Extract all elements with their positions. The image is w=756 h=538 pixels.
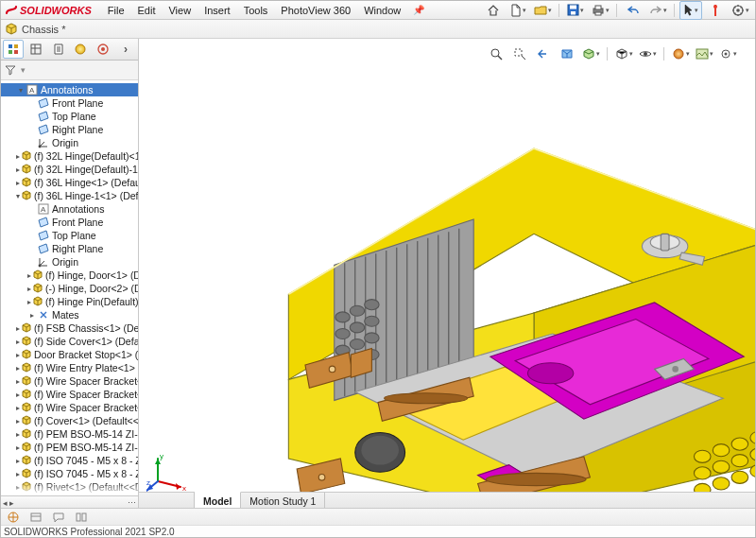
save-icon[interactable]: ▾ — [564, 1, 587, 20]
menu-edit[interactable]: Edit — [131, 4, 163, 17]
tab-dimxpert[interactable] — [93, 40, 113, 59]
part-icon — [21, 322, 32, 334]
tree-row[interactable]: ▸(f) Wire Spacer Bracket<3> (De — [1, 401, 138, 414]
menu-insert[interactable]: Insert — [198, 4, 237, 17]
resources-icon[interactable] — [5, 510, 22, 525]
print-icon[interactable]: ▾ — [589, 1, 611, 20]
svg-rect-38 — [661, 234, 669, 251]
tree-row[interactable]: ▸Front Plane — [1, 216, 138, 229]
tree-label: (f) Wire Entry Plate<1> (Defaul — [34, 362, 138, 373]
tree-label: Door Bracket Stop<1> (Defaul — [34, 349, 138, 360]
tree-label: Top Plane — [52, 111, 96, 122]
tree-row[interactable]: ▸(f) Rivet<1> (Default<<Defaul — [1, 480, 138, 494]
front-knob-left — [355, 433, 405, 473]
menubar: SOLIDWORKS FileEditViewInsertToolsPhotoV… — [1, 1, 755, 20]
tree-row[interactable]: ▸Top Plane — [1, 229, 138, 242]
filter-caret-icon: ▾ — [21, 65, 26, 75]
tree-row[interactable]: ▸Mates — [1, 308, 138, 321]
origin-icon — [37, 256, 50, 268]
part-icon — [21, 428, 32, 440]
tab-feature-manager[interactable] — [3, 40, 24, 59]
tree-row[interactable]: ▸Origin — [1, 255, 138, 269]
part-icon — [21, 150, 32, 162]
menu-tools[interactable]: Tools — [237, 4, 275, 17]
customize-icon[interactable] — [73, 510, 90, 525]
tab-property[interactable] — [48, 40, 69, 59]
svg-point-76 — [486, 473, 586, 485]
mate-icon — [37, 309, 50, 321]
menu-file[interactable]: File — [101, 4, 131, 17]
tree-filter[interactable]: ▾ — [1, 61, 138, 80]
tree-label: Front Plane — [52, 217, 103, 228]
menu-view[interactable]: View — [162, 4, 198, 17]
tree-row[interactable]: ▸(f) Hinge, Door<1> (Defaul — [1, 269, 138, 282]
tree-label: (f) Hinge Pin(Default)<1> — [45, 296, 138, 307]
tree-label: (f) Rivet<2> (Default<<Defaul — [34, 495, 138, 495]
tab-display-icon[interactable] — [70, 40, 91, 59]
open-file-icon[interactable]: ▾ — [531, 1, 554, 20]
plane-icon — [37, 230, 50, 241]
tree-row[interactable]: ▸(f) Side Cover<1> (Default<<D — [1, 335, 138, 348]
home-icon[interactable] — [482, 1, 505, 20]
options-icon[interactable]: ▾ — [729, 1, 751, 20]
undo-icon[interactable] — [622, 1, 644, 20]
tree-row[interactable]: ▸Door Bracket Stop<1> (Defaul — [1, 348, 138, 361]
tree-row[interactable]: ▸AAnnotations — [1, 202, 138, 216]
tree-row[interactable]: ▸(f) Wire Entry Plate<1> (Defaul — [1, 361, 138, 374]
part-icon — [21, 455, 32, 466]
plane-icon — [37, 243, 50, 254]
part-icon — [21, 177, 32, 188]
welcome-icon[interactable] — [27, 510, 44, 525]
tree-row[interactable]: ▸Right Plane — [1, 123, 138, 136]
rebuild-icon[interactable] — [704, 1, 727, 20]
tree-row[interactable]: ▸(f) Wire Spacer Bracket<2> (De — [1, 374, 138, 388]
tree-row[interactable]: ▸(f) PEM BSO-M5-14 ZI--N<2> — [1, 441, 138, 454]
tree-row[interactable]: ▾(f) 36L Hinge-1<1> (Default<D — [1, 189, 138, 202]
tree-row[interactable]: ▸(f) ISO 7045 - M5 x 8 - Z --- 8N — [1, 454, 138, 467]
part-icon — [21, 468, 32, 479]
menu-photoview-360[interactable]: PhotoView 360 — [274, 4, 357, 17]
part-icon — [21, 495, 32, 495]
tree-row[interactable]: ▸(f) Hinge Pin(Default)<1> — [1, 295, 138, 308]
tree-label: (f) FSB Chassis<1> (Default<< — [34, 322, 138, 334]
tree-row[interactable]: ▸(-) Hinge, Door<2> (Defaul — [1, 282, 138, 295]
part-icon — [32, 269, 43, 281]
menu-window[interactable]: Window — [357, 4, 407, 17]
orientation-triad[interactable]: x y z — [146, 451, 188, 493]
select-tool-icon[interactable]: ▾ — [679, 1, 702, 20]
menu-pin-icon[interactable]: 📌 — [413, 5, 424, 15]
svg-point-41 — [335, 312, 350, 322]
tree-row[interactable]: ▸Right Plane — [1, 242, 138, 255]
tree-row[interactable]: ▸(f) 36L Hinge<1> (Default<Disp — [1, 176, 138, 189]
tree-row[interactable]: ▸(f) PEM BSO-M5-14 ZI--N<1> — [1, 427, 138, 441]
svg-point-20 — [39, 146, 42, 148]
tree-row[interactable]: ▸Top Plane — [1, 110, 138, 123]
svg-point-57 — [694, 467, 711, 479]
tree-row[interactable]: ▾AAnnotations — [1, 83, 138, 96]
tree-row[interactable]: ▸Origin — [1, 136, 138, 149]
tree-row[interactable]: ▸Front Plane — [1, 96, 138, 110]
tree-label: (f) 36L Hinge-1<1> (Default<D — [34, 190, 138, 201]
graphics-viewport[interactable]: ▾ ▾ ▾ ▾ ▾ ▾ — [139, 39, 755, 510]
tree-row[interactable]: ▸(f) ISO 7045 - M5 x 8 - Z --- 8N — [1, 467, 138, 480]
tree-row[interactable]: ▸(f) Cover<1> (Default<<Defaul — [1, 414, 138, 427]
feature-tree[interactable]: ▾AAnnotations▸Front Plane▸Top Plane▸Righ… — [1, 80, 138, 495]
svg-point-54 — [713, 444, 730, 457]
tree-row[interactable]: ▸(f) 32L Hinge(Default)<1> (Def — [1, 149, 138, 163]
svg-point-77 — [318, 475, 325, 481]
model-rendering — [139, 39, 755, 501]
svg-point-71 — [329, 366, 335, 373]
redo-icon[interactable]: ▾ — [646, 1, 669, 20]
part-icon — [21, 349, 32, 360]
tree-label: Mates — [52, 309, 79, 321]
forum-icon[interactable] — [50, 510, 67, 525]
new-file-icon[interactable]: ▾ — [507, 1, 529, 20]
tree-row[interactable]: ▸(f) Rivet<2> (Default<<Defaul — [1, 494, 138, 495]
tree-row[interactable]: ▸(f) Wire Spacer Bracket<1> (De — [1, 388, 138, 401]
tab-configuration[interactable] — [26, 40, 46, 59]
tree-label: (f) 32L Hinge(Default)-1<1> (D — [34, 164, 138, 175]
tab-overflow[interactable]: › — [115, 40, 136, 59]
tree-row[interactable]: ▸(f) FSB Chassis<1> (Default<< — [1, 321, 138, 335]
tree-label: (f) 32L Hinge(Default)<1> (Def — [34, 150, 138, 162]
tree-row[interactable]: ▸(f) 32L Hinge(Default)-1<1> (D — [1, 163, 138, 176]
